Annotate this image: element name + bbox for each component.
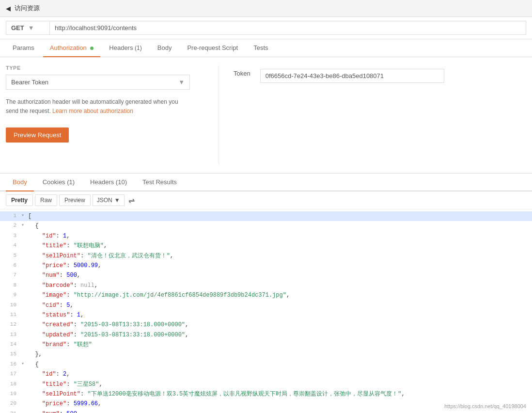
- table-row: 6 "price": 5000.99,: [0, 261, 532, 270]
- table-row: 7 "num": 500,: [0, 270, 532, 280]
- back-icon: ◀: [6, 5, 11, 12]
- method-caret: ▼: [28, 24, 34, 32]
- table-row: 12 "created": "2015-03-08T13:33:18.000+0…: [0, 320, 532, 330]
- tab-body[interactable]: Body: [151, 39, 179, 57]
- token-label: Token: [234, 70, 250, 77]
- table-row: 17 "id": 2,: [0, 369, 532, 379]
- table-row: 13 "updated": "2015-03-08T13:33:18.000+0…: [0, 330, 532, 340]
- wrap-icon[interactable]: ⇌: [126, 195, 137, 206]
- format-select[interactable]: JSON ▼: [93, 194, 125, 206]
- watermark: https://blog.csdn.net/qq_40198004: [444, 403, 526, 409]
- tab-authorization[interactable]: Authorization: [43, 39, 101, 57]
- pretty-button[interactable]: Pretty: [6, 194, 33, 206]
- url-input[interactable]: [49, 21, 526, 35]
- table-row: 15 },: [0, 349, 532, 359]
- request-bar: GET ▼: [0, 17, 532, 39]
- headers-badge: (1): [135, 45, 142, 51]
- top-bar-title: 访问资源: [15, 4, 40, 13]
- table-row: 4 "title": "联想电脑",: [0, 241, 532, 251]
- resp-tab-cookies[interactable]: Cookies (1): [36, 174, 81, 191]
- method-select[interactable]: GET ▼: [6, 21, 49, 35]
- tab-headers[interactable]: Headers (1): [102, 39, 148, 57]
- fold-toggle[interactable]: ▾: [21, 221, 28, 229]
- table-row: 1▾[: [0, 211, 532, 221]
- table-row: 9 "image": "http://image.jt.com/jd/4ef88…: [0, 290, 532, 300]
- raw-button[interactable]: Raw: [35, 194, 57, 206]
- response-toolbar: Pretty Raw Preview JSON ▼ ⇌: [0, 191, 532, 209]
- table-row: 21 "num": 500,: [0, 409, 532, 413]
- type-caret: ▼: [178, 79, 185, 86]
- auth-note: The authorization header will be automat…: [6, 97, 190, 116]
- auth-panel: TYPE Bearer Token ▼ The authorization he…: [0, 57, 532, 174]
- resp-tab-test-results[interactable]: Test Results: [136, 174, 184, 191]
- response-tabs-row: Body Cookies (1) Headers (10) Test Resul…: [0, 174, 532, 191]
- tabs-row: Params Authorization Headers (1) Body Pr…: [0, 39, 532, 57]
- preview-button[interactable]: Preview: [59, 194, 91, 206]
- table-row: 11 "status": 1,: [0, 310, 532, 320]
- tab-pre-request[interactable]: Pre-request Script: [180, 39, 245, 57]
- format-caret: ▼: [114, 197, 120, 204]
- table-row: 8 "barcode": null,: [0, 281, 532, 290]
- table-row: 2▾ {: [0, 221, 532, 231]
- auth-dot: [90, 47, 94, 50]
- tab-params[interactable]: Params: [6, 39, 41, 57]
- table-row: 3 "id": 1,: [0, 231, 532, 241]
- format-label: JSON: [97, 197, 112, 204]
- table-row: 19 "sellPoint": "下单送12000毫安移动电源！双3.5英寸魔炫…: [0, 389, 532, 399]
- auth-learn-link[interactable]: Learn more about authorization: [52, 108, 133, 114]
- resp-tab-body[interactable]: Body: [6, 174, 34, 191]
- table-row: 16▾ {: [0, 360, 532, 369]
- auth-right: Token: [219, 65, 526, 165]
- fold-toggle[interactable]: ▾: [21, 360, 28, 368]
- type-select[interactable]: Bearer Token ▼: [6, 75, 190, 90]
- table-row: 14 "brand": "联想": [0, 340, 532, 349]
- json-viewer: 1▾[2▾ {3 "id": 1,4 "title": "联想电脑",5 "se…: [0, 209, 532, 413]
- table-row: 18 "title": "三星S8",: [0, 380, 532, 389]
- type-label: TYPE: [6, 65, 209, 71]
- auth-left: TYPE Bearer Token ▼ The authorization he…: [6, 65, 219, 165]
- preview-request-button[interactable]: Preview Request: [6, 127, 69, 143]
- top-bar: ◀ 访问资源: [0, 0, 532, 17]
- token-input[interactable]: [260, 69, 444, 83]
- method-label: GET: [11, 24, 24, 32]
- resp-tab-headers[interactable]: Headers (10): [83, 174, 134, 191]
- type-value: Bearer Token: [11, 79, 48, 86]
- table-row: 10 "cid": 5,: [0, 301, 532, 310]
- tab-tests[interactable]: Tests: [247, 39, 275, 57]
- table-row: 5 "sellPoint": "清仓！仅北京，武汉仓有货！",: [0, 251, 532, 261]
- fold-toggle[interactable]: ▾: [21, 211, 28, 220]
